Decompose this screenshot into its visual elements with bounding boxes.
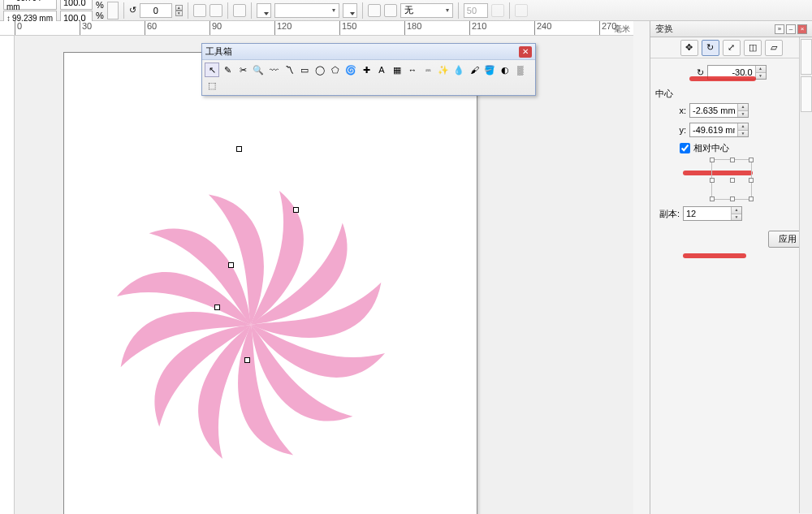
apply-label: 应用 <box>779 234 797 244</box>
scale-x-field[interactable]: 100.0 <box>60 0 93 10</box>
mirror-h-button[interactable] <box>193 4 206 17</box>
scale-tab[interactable]: ⤢ <box>723 40 741 56</box>
vertical-ruler[interactable] <box>0 36 15 514</box>
scale-unit-1: % <box>96 0 104 10</box>
docker-minimize-icon[interactable]: – <box>786 24 796 34</box>
anchor-point[interactable] <box>749 197 754 201</box>
transparency-tool[interactable]: ▒ <box>513 63 528 77</box>
separator <box>188 2 188 19</box>
rotation-spinner[interactable]: ▲▼ <box>175 5 183 16</box>
zoom-tool[interactable]: 🔍 <box>251 63 266 77</box>
connector-tool[interactable]: ✨ <box>436 63 451 77</box>
docker-close-icon[interactable]: × <box>797 24 807 34</box>
crop-tool[interactable]: ✂ <box>235 63 250 77</box>
center-y-spinner[interactable]: ▲▼ <box>737 123 748 136</box>
ruler-mark: 60 <box>147 21 157 31</box>
pick-tool[interactable]: ↖ <box>205 63 219 77</box>
copies-input[interactable] <box>684 207 731 220</box>
copies-field[interactable]: ▲▼ <box>683 206 742 221</box>
width-value: 33.764 mm <box>6 0 54 11</box>
drawing-page[interactable] <box>63 52 477 514</box>
freehand-tool[interactable]: 〰 <box>266 63 281 77</box>
center-y-field[interactable]: ▲▼ <box>689 123 749 137</box>
mesh-tool[interactable]: ⬚ <box>205 78 219 93</box>
anchor-point[interactable] <box>730 158 735 162</box>
line-style-dropdown[interactable] <box>274 3 339 18</box>
docker-header[interactable]: 变换 » – × <box>650 21 812 37</box>
lock-ratio-button[interactable] <box>107 2 119 19</box>
eyedropper-tool[interactable]: 🖌 <box>467 63 482 77</box>
outline-tool[interactable]: ◐ <box>498 63 512 77</box>
shape-tool[interactable]: ✎ <box>220 63 235 77</box>
dimension-tool[interactable]: ⎓ <box>421 63 435 77</box>
horizontal-ruler[interactable]: 0 30 60 90 120 150 180 210 240 270 毫米 <box>0 21 633 36</box>
angle-spinner[interactable]: ▲▼ <box>755 66 766 79</box>
mirror-v-button[interactable] <box>209 4 222 17</box>
width-field[interactable]: 33.764 mm <box>3 0 57 10</box>
rotation-field[interactable]: 0 <box>140 3 172 18</box>
anchor-point[interactable] <box>730 178 735 183</box>
toolbox-titlebar[interactable]: 工具箱 ✕ <box>202 44 535 60</box>
annotation-mark <box>689 76 756 81</box>
anchor-point[interactable] <box>749 178 754 183</box>
rectangle-tool[interactable]: ◯ <box>313 63 327 77</box>
separator <box>509 2 510 19</box>
center-x-spinner[interactable]: ▲▼ <box>737 104 748 117</box>
outline-width-dropdown[interactable]: 无 <box>400 3 453 18</box>
text-tool[interactable]: ▦ <box>390 63 404 77</box>
center-section: 中心 <box>655 88 807 100</box>
skew-tab[interactable]: ▱ <box>765 40 783 56</box>
anchor-point[interactable] <box>710 197 715 201</box>
separator <box>251 2 252 19</box>
anchor-point[interactable] <box>730 197 735 201</box>
convert-button <box>515 4 528 17</box>
center-y-input[interactable] <box>690 123 737 136</box>
flower-artwork[interactable] <box>68 142 434 509</box>
align-button[interactable] <box>233 4 246 17</box>
property-bar: 33.764 mm 99.239 mm 100.0 100.0 % % ↺ 0 … <box>0 0 812 21</box>
close-icon[interactable]: ✕ <box>519 46 532 58</box>
annotation-mark <box>683 253 746 258</box>
media-tool[interactable]: ▭ <box>297 63 312 77</box>
move-tab[interactable]: ✥ <box>680 40 698 56</box>
selection-handle[interactable] <box>293 207 299 213</box>
transform-docker: 变换 » – × ✥ ↻ ⤢ ◫ ▱ ↻ ▲▼ 中心 x: ▲▼ <box>650 21 812 514</box>
scale-unit-2: % <box>96 11 104 20</box>
fill-tool[interactable]: 🪣 <box>482 63 497 77</box>
selection-handle[interactable] <box>236 146 242 152</box>
copies-label: 副本: <box>655 208 680 220</box>
anchor-point[interactable] <box>749 158 754 162</box>
center-x-field[interactable]: ▲▼ <box>689 103 749 118</box>
center-x-input[interactable] <box>690 104 737 117</box>
rotate-tab[interactable]: ↻ <box>702 40 719 56</box>
arrow-end-dropdown[interactable] <box>343 3 357 18</box>
relative-center-checkbox[interactable] <box>680 143 690 153</box>
canvas-viewport[interactable] <box>15 36 633 514</box>
separator <box>227 2 228 19</box>
polygon-tool[interactable]: 🌀 <box>343 63 358 77</box>
toolbox-window[interactable]: 工具箱 ✕ ↖✎✂🔍〰〽▭◯⬠🌀✚A▦↔⎓✨💧🖌🪣◐▒⬚ <box>201 43 536 96</box>
ruler-mark: 90 <box>212 21 222 31</box>
selection-handle[interactable] <box>214 305 220 310</box>
ruler-mark: 210 <box>472 21 486 31</box>
wrap-button[interactable] <box>368 4 381 17</box>
bezier-tool[interactable]: 〽 <box>282 63 296 77</box>
ellipse-tool[interactable]: ⬠ <box>328 63 343 77</box>
table-tool[interactable]: ↔ <box>405 63 420 77</box>
spiral-tool[interactable]: ✚ <box>359 63 374 77</box>
size-tab[interactable]: ◫ <box>744 40 762 56</box>
anchor-point[interactable] <box>710 158 715 162</box>
docker-collapse-icon[interactable]: » <box>775 24 784 34</box>
anchor-point[interactable] <box>710 178 715 183</box>
copies-spinner[interactable]: ▲▼ <box>731 207 741 220</box>
effects-tool[interactable]: 💧 <box>451 63 466 77</box>
outline-width-label: 无 <box>404 4 413 16</box>
dock-tab[interactable] <box>801 39 812 75</box>
selection-handle[interactable] <box>244 357 250 363</box>
selection-handle[interactable] <box>228 262 234 268</box>
y-label: y: <box>672 125 686 135</box>
arrow-start-dropdown[interactable] <box>257 3 271 18</box>
dock-tab[interactable] <box>801 76 812 112</box>
graph-tool[interactable]: A <box>374 63 389 77</box>
anchor-origin-grid[interactable] <box>711 159 752 200</box>
